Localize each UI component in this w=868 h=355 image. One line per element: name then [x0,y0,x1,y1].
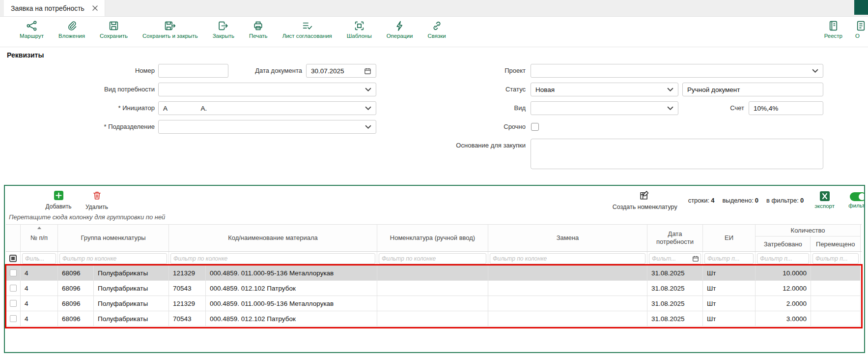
chevron-down-icon [365,88,371,92]
chain-link-icon [431,20,443,31]
column-header-zamena[interactable]: Замена [488,225,647,251]
quantity-group-header: Количество [756,225,860,237]
requisites-form: Номер Дата документа 30.07.2025 Проект В… [0,61,868,182]
tab-close-icon[interactable] [92,5,98,11]
toggle-on-icon [850,192,865,201]
row-checkbox[interactable] [10,315,17,322]
operations-button[interactable]: Операции [387,20,413,39]
chevron-down-icon [667,88,673,92]
plus-icon [54,191,63,202]
column-header-date[interactable]: Дата потребности [647,225,703,251]
links-button[interactable]: Связки [427,20,446,39]
filter-input-manual[interactable] [379,253,486,264]
column-header-manual[interactable]: Номенклатура (ручной ввод) [377,225,488,251]
filter-input-num[interactable] [22,253,56,264]
row-checkbox-cell[interactable] [6,266,21,280]
filtered-counter: в фильтре:0 [766,197,804,204]
header-checkbox-cell [6,225,21,251]
close-document-button[interactable]: Закрыть [213,20,234,39]
save-and-close-button[interactable]: Сохранить и закрыть [142,20,198,39]
row-checkbox-cell[interactable] [6,281,21,296]
select-all-checkbox[interactable] [9,255,17,262]
route-button[interactable]: Маршрут [20,20,44,39]
row-checkbox[interactable] [10,269,17,276]
calendar-icon[interactable] [364,67,371,75]
requisites-section-title: Реквизиты [0,47,868,61]
save-close-icon [164,20,176,31]
print-button[interactable]: Печать [249,20,268,39]
status-select[interactable]: Новая [531,83,678,96]
row-checkbox-cell[interactable] [6,296,21,311]
need-type-label: Вид потребности [69,83,155,96]
column-header-group[interactable]: Группа номенклатуры [58,225,169,251]
column-header-moved[interactable]: Перемещено [811,237,860,251]
grid-filter-row [6,252,862,266]
tab-requirement-request[interactable]: Заявка на потребность [4,0,105,16]
select-all-cell[interactable] [6,252,21,265]
window-corner-block [854,0,868,15]
document-icon [855,20,866,31]
table-row[interactable]: 4 68096 Полуфабрикаты 121329 000.4859. 0… [6,266,861,281]
row-checkbox[interactable] [10,285,17,292]
document-date-label: Дата документа [224,64,302,78]
urgent-checkbox[interactable] [531,123,539,131]
grid-toolbar: Добавить Удалить Создать номенклатуру ст… [5,186,864,212]
grid-rows: 4 68096 Полуфабрикаты 121329 000.4859. 0… [6,266,861,326]
kind-select[interactable] [531,101,678,115]
create-nomenclature-button[interactable]: Создать номенклатуру [613,190,677,210]
main-toolbar: Маршрут Вложения Сохранить Сохранить и з… [0,17,868,47]
number-label: Номер [69,64,155,78]
registry-button[interactable]: Реестр [824,20,842,39]
group-by-drop-zone[interactable]: Перетащите сюда колонку для группировки … [5,212,864,224]
need-type-select[interactable] [158,83,376,96]
row-checkbox-cell[interactable] [6,311,21,326]
project-select[interactable] [531,64,823,78]
save-button[interactable]: Сохранить [100,20,128,39]
number-input[interactable] [158,64,228,78]
document-kind-field: Ручной документ [682,83,823,96]
account-input[interactable] [749,101,823,115]
status-label: Статус [418,83,526,96]
export-excel-button[interactable]: экспорт [814,191,835,209]
department-label: * Подразделение [69,120,155,134]
grid-counters: строки:4 выделено:0 в фильтре:0 [688,197,804,204]
filter-input-moved[interactable] [812,253,859,264]
approval-list-icon [302,20,313,31]
filter-input-material[interactable] [170,253,375,264]
tab-bar: Заявка на потребность [0,0,868,17]
route-icon [26,20,37,31]
toolbar-right-group: Реестр О [824,20,866,39]
column-header-requested[interactable]: Затребовано [756,237,811,251]
column-header-material[interactable]: Код/наименование материала [169,225,377,251]
filter-input-ei[interactable] [704,253,754,264]
approval-sheet-button[interactable]: Лист согласования [282,20,332,39]
filter-toggle[interactable]: фильтр [845,192,865,208]
chevron-down-icon [812,69,818,73]
filter-input-requested[interactable] [757,253,809,264]
grid-toolbar-right: Создать номенклатуру строки:4 выделено:0… [613,190,864,210]
filter-input-date[interactable] [649,253,701,264]
account-label: Счет [705,101,744,115]
templates-button[interactable]: Шаблоны [347,20,372,39]
filter-input-zamena[interactable] [490,253,645,264]
purchase-basis-label: Основание для закупки [418,139,526,152]
sort-ascending-icon [37,227,41,229]
initiator-select[interactable]: А А. [158,101,376,115]
table-row[interactable]: 4 68096 Полуфабрикаты 70543 000.4859. 01… [6,311,861,326]
purchase-basis-textarea[interactable] [531,139,823,169]
tab-title: Заявка на потребность [11,4,84,12]
table-row[interactable]: 4 68096 Полуфабрикаты 70543 000.4859. 01… [6,281,861,296]
document-date-input[interactable]: 30.07.2025 [306,64,376,78]
row-checkbox[interactable] [10,300,17,307]
column-header-num[interactable]: № п/п [21,225,58,251]
selected-counter: выделено:0 [722,197,758,204]
column-header-ei[interactable]: ЕИ [703,225,756,251]
cut-toolbar-button[interactable]: О [855,20,866,39]
chevron-down-icon [667,106,673,111]
delete-row-button[interactable]: Удалить [78,190,116,210]
attachments-button[interactable]: Вложения [58,20,85,39]
add-row-button[interactable]: Добавить [39,191,78,210]
table-row[interactable]: 4 68096 Полуфабрикаты 121329 000.4859. 0… [6,296,861,311]
filter-input-group[interactable] [59,253,167,264]
department-select[interactable] [158,120,376,134]
